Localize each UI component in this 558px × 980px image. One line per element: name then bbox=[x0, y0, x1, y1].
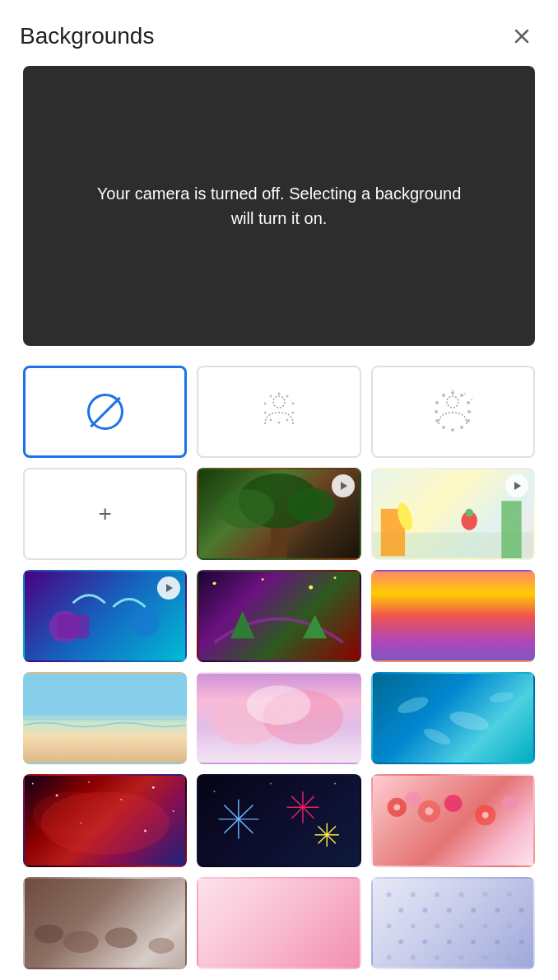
svg-point-95 bbox=[334, 783, 336, 785]
light-pink-background-option[interactable] bbox=[197, 877, 360, 969]
svg-point-102 bbox=[393, 805, 400, 811]
svg-point-126 bbox=[507, 923, 512, 928]
svg-point-22 bbox=[435, 419, 439, 422]
heavy-blur-icon bbox=[373, 367, 533, 456]
svg-line-82 bbox=[292, 808, 304, 819]
upload-background-option[interactable]: + bbox=[23, 468, 187, 560]
camera-message: Your camera is turned off. Selecting a b… bbox=[90, 181, 468, 231]
svg-point-104 bbox=[481, 812, 488, 819]
clouds-overlay bbox=[198, 674, 359, 763]
svg-point-132 bbox=[518, 939, 523, 944]
svg-rect-36 bbox=[501, 501, 521, 558]
backgrounds-grid-section: + bbox=[0, 346, 558, 969]
svg-marker-33 bbox=[341, 482, 347, 490]
fireworks-background-option[interactable] bbox=[197, 774, 360, 866]
svg-line-84 bbox=[292, 796, 304, 807]
svg-line-86 bbox=[328, 827, 337, 836]
close-icon bbox=[514, 28, 530, 44]
svg-point-112 bbox=[458, 892, 463, 897]
ocean-overlay bbox=[373, 674, 533, 763]
gaming-background-option[interactable] bbox=[23, 570, 187, 662]
svg-point-14 bbox=[451, 391, 454, 394]
svg-point-108 bbox=[148, 937, 174, 953]
svg-point-57 bbox=[488, 691, 514, 704]
svg-point-97 bbox=[405, 792, 421, 808]
stone-overlay bbox=[25, 879, 185, 968]
ocean-background-option[interactable] bbox=[371, 672, 535, 764]
svg-point-129 bbox=[447, 939, 452, 944]
svg-point-109 bbox=[386, 892, 391, 897]
svg-point-30 bbox=[219, 489, 275, 529]
svg-point-125 bbox=[482, 923, 487, 928]
svg-point-18 bbox=[467, 419, 470, 422]
close-button[interactable] bbox=[505, 20, 538, 53]
svg-point-46 bbox=[262, 578, 264, 581]
svg-point-24 bbox=[435, 401, 439, 404]
animated-badge-2 bbox=[505, 474, 528, 497]
svg-point-27 bbox=[464, 393, 467, 395]
heavy-blur-option[interactable] bbox=[371, 366, 535, 458]
svg-point-135 bbox=[435, 954, 439, 959]
svg-marker-50 bbox=[303, 615, 327, 639]
svg-point-127 bbox=[398, 939, 403, 944]
no-background-option[interactable] bbox=[23, 366, 187, 458]
svg-point-130 bbox=[471, 939, 476, 944]
svg-point-107 bbox=[105, 927, 137, 948]
clouds-background-option[interactable] bbox=[197, 672, 360, 764]
forest-background-option[interactable] bbox=[197, 468, 360, 560]
slight-blur-option[interactable] bbox=[197, 366, 360, 458]
svg-line-72 bbox=[239, 819, 253, 833]
svg-point-105 bbox=[35, 924, 63, 943]
svg-point-113 bbox=[482, 892, 487, 897]
svg-point-111 bbox=[435, 892, 439, 897]
backgrounds-grid: + bbox=[23, 366, 535, 969]
flowers-background-option[interactable] bbox=[371, 774, 535, 866]
svg-point-133 bbox=[386, 954, 391, 959]
svg-point-48 bbox=[334, 576, 337, 579]
svg-point-8 bbox=[277, 422, 280, 424]
classroom-background-option[interactable] bbox=[371, 468, 535, 560]
svg-point-124 bbox=[458, 923, 463, 928]
sunset-background-option[interactable] bbox=[371, 570, 535, 662]
svg-point-123 bbox=[435, 923, 439, 928]
svg-line-88 bbox=[328, 835, 337, 844]
svg-rect-42 bbox=[57, 615, 89, 639]
svg-line-74 bbox=[225, 819, 239, 833]
svg-point-54 bbox=[247, 686, 311, 726]
svg-point-115 bbox=[398, 908, 403, 912]
svg-point-25 bbox=[442, 394, 445, 397]
svg-point-99 bbox=[444, 795, 462, 812]
svg-point-63 bbox=[152, 786, 155, 789]
svg-point-6 bbox=[291, 412, 294, 414]
svg-point-116 bbox=[422, 908, 427, 912]
svg-point-136 bbox=[458, 954, 463, 959]
svg-point-68 bbox=[33, 792, 114, 839]
svg-point-7 bbox=[286, 419, 288, 422]
svg-point-128 bbox=[422, 939, 427, 944]
beach-background-option[interactable] bbox=[23, 672, 187, 764]
svg-rect-31 bbox=[271, 529, 287, 558]
svg-point-11 bbox=[263, 403, 266, 405]
lavender-background-option[interactable] bbox=[371, 877, 535, 969]
animated-badge bbox=[332, 474, 355, 497]
svg-point-122 bbox=[411, 923, 416, 928]
svg-point-10 bbox=[263, 412, 266, 414]
svg-point-13 bbox=[447, 396, 458, 408]
stone-background-option[interactable] bbox=[23, 877, 187, 969]
header: Backgrounds bbox=[0, 0, 558, 66]
svg-point-134 bbox=[411, 954, 416, 959]
beach-overlay bbox=[25, 674, 185, 763]
svg-line-78 bbox=[303, 796, 314, 807]
svg-line-90 bbox=[319, 835, 328, 844]
svg-point-23 bbox=[435, 410, 438, 413]
svg-point-2 bbox=[273, 396, 285, 408]
svg-point-45 bbox=[213, 582, 216, 586]
svg-point-106 bbox=[63, 931, 99, 953]
fireworks-overlay bbox=[198, 776, 359, 865]
slight-blur-icon bbox=[198, 367, 359, 456]
svg-point-43 bbox=[131, 609, 160, 637]
svg-line-92 bbox=[319, 827, 328, 836]
fantasy-background-option[interactable] bbox=[197, 570, 360, 662]
svg-point-15 bbox=[460, 394, 463, 397]
nebula-background-option[interactable] bbox=[23, 774, 187, 866]
